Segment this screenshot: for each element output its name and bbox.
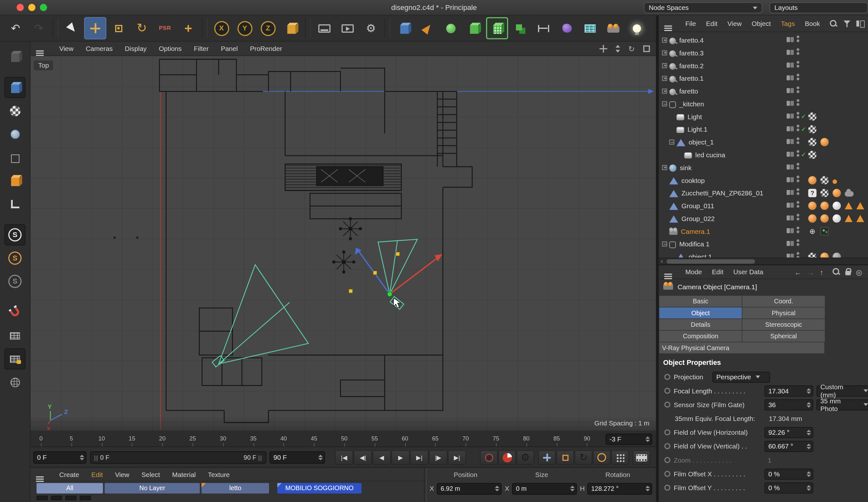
checker-tag[interactable] bbox=[820, 189, 829, 197]
preview-range-slider[interactable]: || 0 F 90 F || bbox=[90, 451, 266, 463]
tab-composition[interactable]: Composition bbox=[659, 331, 742, 342]
texture-mode-button[interactable] bbox=[4, 100, 25, 121]
visibility-dots[interactable] bbox=[797, 176, 799, 182]
camera-frustum-large[interactable] bbox=[212, 265, 308, 367]
spinner[interactable] bbox=[570, 486, 575, 491]
object-row[interactable]: faretto.3 bbox=[659, 47, 868, 59]
tab-vray-physical-camera[interactable]: V-Ray Physical Camera bbox=[659, 342, 824, 354]
object-name[interactable]: faretto.4 bbox=[679, 36, 703, 44]
menu-user-data[interactable]: User Data bbox=[733, 268, 763, 276]
expand-toggle[interactable] bbox=[662, 50, 667, 55]
object-row[interactable]: led cucina bbox=[659, 148, 868, 161]
visibility-dots[interactable] bbox=[797, 188, 799, 195]
object-row[interactable]: sink bbox=[659, 161, 868, 174]
visibility-dots[interactable] bbox=[797, 61, 799, 68]
viewport-canvas[interactable]: Y Z X bbox=[30, 56, 656, 431]
subdivision-surface-button[interactable] bbox=[440, 17, 462, 39]
visibility-dots[interactable] bbox=[797, 99, 799, 106]
layer-chip[interactable] bbox=[787, 216, 794, 221]
keyframe-ring[interactable] bbox=[664, 388, 670, 394]
number-field[interactable]: 0 % bbox=[765, 482, 813, 493]
toolbar-separator[interactable] bbox=[305, 19, 311, 38]
menu-view[interactable]: View bbox=[59, 44, 74, 52]
menu-bookmarks[interactable]: Book bbox=[805, 20, 820, 27]
keyframe-ring[interactable] bbox=[664, 471, 670, 477]
unit-dropdown[interactable]: Custom (mm) bbox=[816, 385, 868, 396]
number-field[interactable]: 36 bbox=[765, 399, 813, 410]
item[interactable] bbox=[833, 268, 840, 276]
item[interactable] bbox=[857, 20, 864, 27]
object-row[interactable]: Modifica 1 bbox=[659, 238, 868, 250]
spinner[interactable] bbox=[807, 388, 811, 393]
volume-button[interactable] bbox=[556, 17, 578, 39]
item[interactable] bbox=[843, 20, 851, 27]
render-settings-button[interactable]: ⚙ bbox=[360, 17, 382, 39]
pen-tool-button[interactable] bbox=[416, 17, 438, 39]
axis-modify-button[interactable]: + bbox=[177, 17, 199, 39]
view-label[interactable]: Top bbox=[34, 60, 53, 70]
dot-tag[interactable] bbox=[833, 179, 837, 184]
layer-chip[interactable] bbox=[787, 190, 794, 195]
prev-key-button[interactable]: ◀| bbox=[354, 450, 372, 465]
item[interactable] bbox=[820, 268, 828, 276]
checker-tag[interactable] bbox=[808, 138, 816, 146]
autokey-button[interactable] bbox=[498, 450, 516, 465]
menu-object[interactable]: Object bbox=[752, 20, 771, 27]
menu-icon[interactable] bbox=[36, 476, 43, 477]
redo-button[interactable]: ↷ bbox=[28, 17, 50, 39]
enabled-check[interactable] bbox=[801, 113, 806, 120]
gizmo-x-arrow[interactable] bbox=[434, 254, 442, 262]
visibility-dots[interactable] bbox=[797, 150, 799, 157]
polygons-mode-button[interactable] bbox=[4, 170, 25, 191]
solo-single-button[interactable]: S bbox=[4, 248, 25, 269]
object-row[interactable]: object 1 bbox=[659, 250, 868, 257]
orange-tag[interactable] bbox=[820, 202, 829, 210]
object-name[interactable]: led cucina bbox=[695, 151, 725, 158]
menu-view[interactable]: View bbox=[727, 20, 742, 27]
object-row[interactable]: faretto.4 bbox=[659, 34, 868, 47]
visibility-dots[interactable] bbox=[797, 214, 799, 221]
scroll-thumb[interactable] bbox=[666, 259, 755, 264]
orange-tag[interactable] bbox=[833, 189, 841, 197]
tri-tag[interactable] bbox=[845, 202, 852, 209]
make-editable-button[interactable] bbox=[4, 77, 25, 98]
unit-dropdown[interactable]: 35 mm Photo bbox=[816, 399, 868, 410]
layer-chip[interactable] bbox=[787, 241, 794, 246]
object-name[interactable]: faretto.1 bbox=[679, 75, 703, 82]
visibility-dots[interactable] bbox=[797, 125, 799, 131]
display-tag[interactable] bbox=[820, 227, 829, 235]
workplane-lock-button[interactable] bbox=[4, 349, 25, 370]
layer-chip[interactable] bbox=[787, 37, 794, 43]
object-row[interactable]: Camera.1 bbox=[659, 225, 868, 238]
menu-filter[interactable]: Filter bbox=[194, 44, 208, 52]
item[interactable] bbox=[830, 20, 838, 27]
object-row[interactable]: _kitchen bbox=[659, 98, 868, 110]
z-axis-lock-button[interactable]: Z bbox=[257, 17, 279, 39]
coordinate-system-button[interactable] bbox=[280, 17, 302, 39]
layer-filter-no-layer[interactable]: No Layer bbox=[105, 483, 200, 493]
camera-handle[interactable] bbox=[396, 252, 400, 256]
live-selection-button[interactable] bbox=[61, 17, 83, 39]
object-row[interactable]: cooktop bbox=[659, 174, 868, 187]
object-name[interactable]: object 1 bbox=[689, 253, 712, 258]
next-frame-button[interactable]: ▶| bbox=[410, 450, 428, 465]
item[interactable] bbox=[794, 268, 802, 276]
object-name[interactable]: object_1 bbox=[689, 138, 714, 146]
structure-table-button[interactable] bbox=[579, 17, 601, 39]
array-button[interactable] bbox=[509, 17, 531, 39]
object-row[interactable]: Zucchetti_PAN_ZP6286_01 bbox=[659, 187, 868, 199]
spinner[interactable] bbox=[807, 443, 811, 449]
frame-offset-field[interactable]: -3 F bbox=[606, 434, 652, 445]
prev-frame-button[interactable]: ◀ bbox=[373, 450, 391, 465]
solo-hierarchy-button[interactable]: S bbox=[4, 271, 25, 292]
range-end-grip[interactable]: || bbox=[258, 454, 262, 461]
menu-texture[interactable]: Texture bbox=[208, 471, 229, 478]
coordinate-input[interactable]: 6.92 m bbox=[437, 483, 502, 494]
spinner[interactable] bbox=[807, 430, 811, 435]
texture-tag[interactable] bbox=[808, 125, 816, 134]
visibility-dots[interactable] bbox=[797, 239, 799, 246]
visibility-dots[interactable] bbox=[797, 74, 799, 80]
coordinate-input[interactable]: 128.272 ° bbox=[587, 483, 652, 494]
viewport[interactable]: Y Z X Top Grid Spacing : 1 m bbox=[30, 56, 656, 431]
object-mode-button[interactable] bbox=[4, 124, 25, 145]
